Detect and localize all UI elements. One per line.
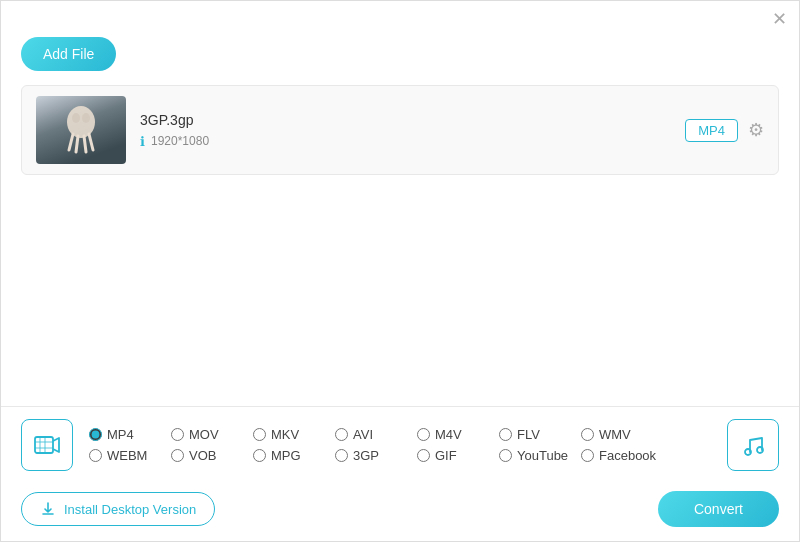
close-button[interactable]: ✕ (772, 10, 787, 28)
svg-rect-7 (35, 437, 53, 453)
radio-facebook[interactable] (581, 449, 594, 462)
svg-line-5 (84, 136, 86, 152)
radio-wmv[interactable] (581, 428, 594, 441)
radio-vob[interactable] (171, 449, 184, 462)
radio-avi[interactable] (335, 428, 348, 441)
radio-mkv[interactable] (253, 428, 266, 441)
format-3gp[interactable]: 3GP (335, 448, 415, 463)
format-mpg[interactable]: MPG (253, 448, 333, 463)
bottom-actions: Install Desktop Version Convert (1, 481, 799, 541)
format-vob[interactable]: VOB (171, 448, 251, 463)
svg-line-4 (76, 136, 78, 152)
format-mov[interactable]: MOV (171, 427, 251, 442)
info-icon: ℹ (140, 134, 145, 149)
format-youtube[interactable]: YouTube (499, 448, 579, 463)
format-flv[interactable]: FLV (499, 427, 579, 442)
video-icon (33, 431, 61, 459)
svg-point-2 (82, 113, 90, 123)
install-label: Install Desktop Version (64, 502, 196, 517)
top-bar: Add File (1, 37, 799, 85)
format-avi[interactable]: AVI (335, 427, 415, 442)
file-thumbnail (36, 96, 126, 164)
radio-mov[interactable] (171, 428, 184, 441)
radio-mpg[interactable] (253, 449, 266, 462)
settings-icon[interactable]: ⚙ (748, 119, 764, 141)
radio-3gp[interactable] (335, 449, 348, 462)
file-info: 3GP.3gp ℹ 1920*1080 (140, 112, 671, 149)
format-webm[interactable]: WEBM (89, 448, 169, 463)
format-facebook[interactable]: Facebook (581, 448, 661, 463)
audio-format-icon-box[interactable] (727, 419, 779, 471)
thumbnail-image (51, 100, 111, 160)
video-format-icon-box[interactable] (21, 419, 73, 471)
radio-mp4[interactable] (89, 428, 102, 441)
radio-webm[interactable] (89, 449, 102, 462)
format-selector: MP4 MOV MKV AVI M4V (1, 407, 799, 481)
main-content (1, 175, 799, 415)
file-name: 3GP.3gp (140, 112, 671, 128)
music-icon (740, 432, 766, 458)
install-button[interactable]: Install Desktop Version (21, 492, 215, 526)
add-file-button[interactable]: Add File (21, 37, 116, 71)
file-meta: ℹ 1920*1080 (140, 134, 671, 149)
radio-m4v[interactable] (417, 428, 430, 441)
file-list: 3GP.3gp ℹ 1920*1080 MP4 ⚙ (21, 85, 779, 175)
radio-gif[interactable] (417, 449, 430, 462)
svg-line-3 (69, 134, 73, 150)
svg-line-6 (89, 134, 93, 150)
radio-flv[interactable] (499, 428, 512, 441)
format-badge[interactable]: MP4 (685, 119, 738, 142)
file-actions: MP4 ⚙ (685, 119, 764, 142)
bottom-panel: MP4 MOV MKV AVI M4V (1, 406, 799, 541)
format-mp4[interactable]: MP4 (89, 427, 169, 442)
format-mkv[interactable]: MKV (253, 427, 333, 442)
download-icon (40, 501, 56, 517)
svg-point-1 (72, 113, 80, 123)
radio-youtube[interactable] (499, 449, 512, 462)
format-wmv[interactable]: WMV (581, 427, 661, 442)
file-resolution: 1920*1080 (151, 134, 209, 148)
title-bar: ✕ (1, 1, 799, 37)
format-m4v[interactable]: M4V (417, 427, 497, 442)
convert-button[interactable]: Convert (658, 491, 779, 527)
svg-point-0 (67, 106, 95, 138)
format-gif[interactable]: GIF (417, 448, 497, 463)
